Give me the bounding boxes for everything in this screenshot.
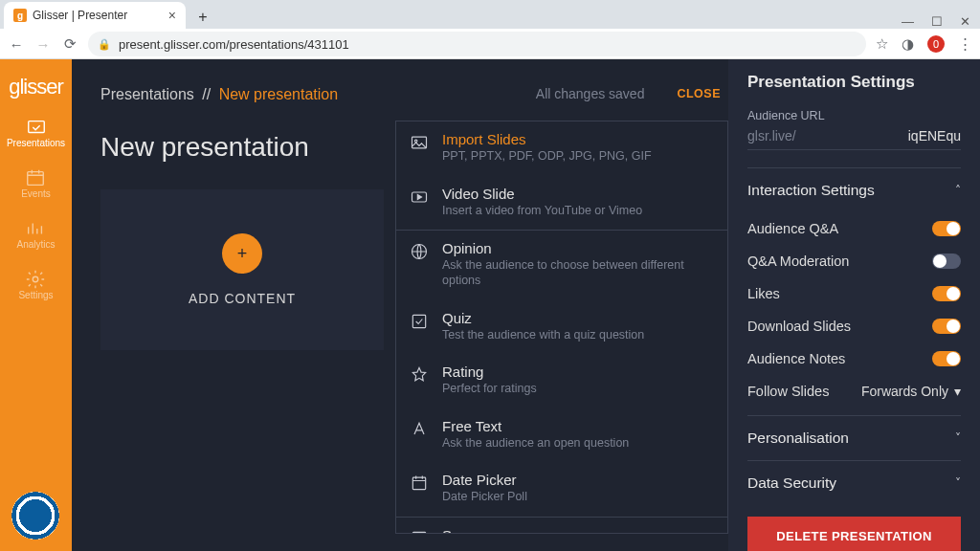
add-content-button[interactable]: + [222,233,262,274]
checkbox-icon [410,312,429,331]
item-title: Free Text [442,418,629,435]
item-title: Survey [442,527,621,534]
item-title: Import Slides [442,131,652,148]
follow-slides-select[interactable]: Forwards Only ▾ [861,384,961,399]
window-controls: — ☐ ✕ [902,14,980,29]
svg-rect-0 [28,121,44,133]
sidebar-item-label: Settings [18,290,53,300]
item-desc: Perfect for ratings [442,382,537,397]
breadcrumb-current: New presentation [219,86,339,102]
audience-url-label: Audience URL [747,109,961,122]
toggle-switch[interactable] [932,221,961,236]
toggle-switch[interactable] [932,351,961,366]
sidebar-item-analytics[interactable]: Analytics [16,218,55,250]
reload-icon[interactable]: ⟳ [61,35,78,53]
toggle-switch[interactable] [932,286,961,301]
chevron-down-icon: ˅ [955,476,961,490]
app: glisser Presentations Events Analytics S… [0,59,980,551]
content-type-panel: Import SlidesPPT, PPTX, PDF, ODP, JPG, P… [395,121,728,534]
svg-rect-7 [412,315,425,327]
logo[interactable]: glisser [9,75,63,99]
tab-title: Glisser | Presenter [33,9,127,22]
url-text: present.glisser.com/presentations/431101 [119,37,349,52]
svg-rect-1 [28,172,44,186]
presentations-icon [26,117,47,134]
delete-presentation-button[interactable]: DELETE PRESENTATION [747,517,961,551]
item-desc: Insert a video from YouTube or Vimeo [442,204,642,219]
sidebar-item-events[interactable]: Events [21,167,51,199]
close-icon[interactable]: × [168,8,176,23]
section-interaction[interactable]: Interaction Settings ˄ [747,167,961,212]
audience-url-prefix: glsr.live/ [747,128,796,143]
address-bar: ← → ⟳ 🔒 present.glisser.com/presentation… [0,29,980,59]
calendar-icon [25,167,46,185]
toggle-switch[interactable] [932,253,961,269]
select-value: Forwards Only [861,384,948,399]
sidebar-item-label: Presentations [7,138,65,148]
content-free-text[interactable]: Free TextAsk the audience an open questi… [396,408,727,463]
item-desc: Ask the audience to choose between diffe… [442,258,714,288]
content-import-slides[interactable]: Import SlidesPPT, PPTX, PDF, ODP, JPG, P… [396,121,727,176]
audience-url-code: iqENEqu [908,128,961,143]
minimize-icon[interactable]: — [902,14,914,29]
avatar[interactable] [11,492,59,540]
window-close-icon[interactable]: ✕ [960,14,970,29]
sidebar-item-label: Analytics [16,239,55,250]
toggle-label: Q&A Moderation [747,253,849,269]
content-video-slide[interactable]: Video SlideInsert a video from YouTube o… [396,176,727,231]
maximize-icon[interactable]: ☐ [931,14,943,29]
lock-icon: 🔒 [98,38,111,51]
add-content-label: ADD CONTENT [189,291,296,306]
breadcrumb-separator: // [202,86,211,102]
extension-badge[interactable]: 0 [927,35,945,53]
tab-bar: g Glisser | Presenter × + — ☐ ✕ [0,0,980,29]
close-button[interactable]: CLOSE [677,87,721,100]
toggle-label: Audience Notes [747,351,845,366]
favicon: g [13,9,27,22]
new-tab-button[interactable]: + [191,6,214,29]
url-input[interactable]: 🔒 present.glisser.com/presentations/4311… [88,32,866,56]
text-icon [410,420,429,439]
toggle-audience-notes: Audience Notes [747,342,961,375]
svg-rect-8 [412,478,425,491]
follow-slides-row: Follow Slides Forwards Only ▾ [747,375,961,408]
item-title: Date Picker [442,472,527,489]
toggle-qa-moderation: Q&A Moderation [747,245,961,277]
content-survey[interactable]: SurveyCapture data from your attendees [396,518,727,534]
settings-panel: Presentation Settings Audience URL glsr.… [728,59,980,551]
survey-icon [410,529,429,534]
add-content-card[interactable]: + ADD CONTENT [100,189,384,350]
content-date-picker[interactable]: Date PickerDate Picker Poll [396,462,727,517]
menu-icon[interactable]: ⋮ [958,35,972,53]
content-rating[interactable]: RatingPerfect for ratings [396,354,727,408]
audience-url-field[interactable]: glsr.live/ iqENEqu [747,128,961,150]
settings-title: Presentation Settings [747,73,961,92]
toggle-switch[interactable] [932,319,961,334]
page-title: New presentation [100,132,395,163]
section-data-security[interactable]: Data Security ˅ [747,460,961,505]
item-title: Opinion [442,240,714,257]
breadcrumb: Presentations // New presentation [100,86,395,103]
content-quiz[interactable]: QuizTest the audience with a quiz questi… [396,300,727,355]
star-icon[interactable]: ☆ [876,35,888,53]
sidebar-item-settings[interactable]: Settings [18,269,53,300]
chevron-up-icon: ˄ [955,184,961,197]
profile-icon[interactable]: ◑ [902,35,914,53]
item-title: Video Slide [442,186,642,203]
section-label: Data Security [747,474,836,492]
content-opinion[interactable]: OpinionAsk the audience to choose betwee… [396,231,727,299]
side-rail: glisser Presentations Events Analytics S… [0,59,72,551]
video-icon [410,187,429,207]
breadcrumb-root[interactable]: Presentations [100,86,194,102]
sidebar-item-label: Events [21,188,51,199]
center-column: All changes saved CLOSE Import SlidesPPT… [395,59,728,551]
section-personalisation[interactable]: Personalisation ˅ [747,415,961,460]
gear-icon [25,269,46,286]
back-icon[interactable]: ← [8,36,25,53]
item-title: Quiz [442,310,644,327]
toggle-label: Likes [747,286,780,301]
forward-icon[interactable]: → [34,36,52,53]
browser-tab[interactable]: g Glisser | Presenter × [4,2,186,29]
chevron-down-icon: ˅ [955,431,961,445]
sidebar-item-presentations[interactable]: Presentations [7,117,65,148]
